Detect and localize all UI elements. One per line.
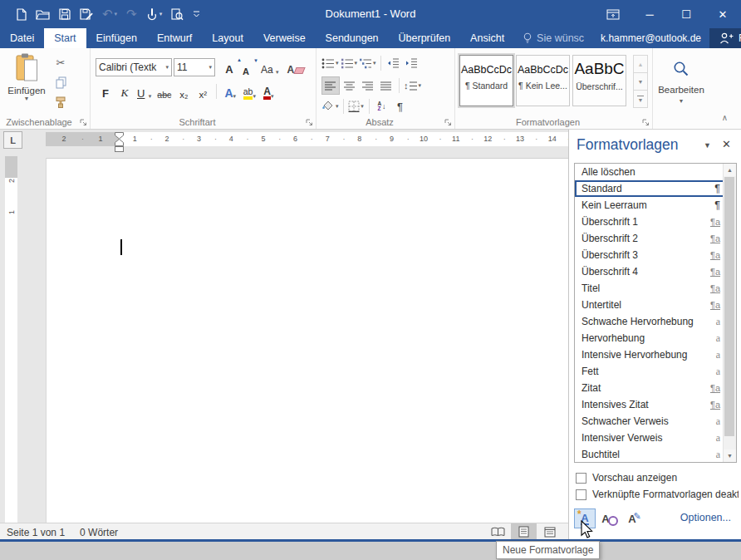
style-gallery-card[interactable]: AaBbC Überschrif... [572,55,626,106]
underline-button[interactable]: U ▾ [135,83,153,100]
touch-mode-icon[interactable]: ▾ [146,8,163,21]
highlight-color-button[interactable]: ab▾ [241,83,258,100]
style-inspector-button[interactable]: A [599,508,621,528]
ribbon-tab[interactable]: Verweise [253,28,316,48]
styles-pane-close-icon[interactable]: ✕ [722,138,731,150]
style-list-item[interactable]: Kein Leerraum ¶ [575,197,724,214]
disable-linked-styles-checkbox[interactable] [576,489,586,500]
multilevel-list-icon[interactable]: ▾ [359,55,376,71]
manage-styles-button[interactable]: A✎ [624,508,645,528]
print-preview-icon[interactable] [171,8,184,21]
style-list-item[interactable]: Intensiver Verweis a [575,430,724,446]
save-as-icon[interactable] [80,8,93,20]
share-button[interactable]: Freigeben [709,28,741,48]
paragraph-dialog-launcher-icon[interactable] [444,119,452,126]
styles-dialog-launcher-icon[interactable] [642,119,650,126]
style-gallery-card[interactable]: AaBbCcDc ¶ Kein Lee... [516,55,570,106]
style-list-item[interactable]: Intensives Zitat ¶a [575,396,724,413]
style-list-item[interactable]: Hervorhebung a [575,330,724,346]
maximize-button[interactable]: ☐ [668,0,704,28]
style-list-item[interactable]: Überschrift 1 ¶a [575,214,724,230]
strikethrough-button[interactable]: abc [155,83,173,100]
style-list-item[interactable]: Buchtitel a [575,446,724,463]
superscript-button[interactable]: x² [194,83,211,100]
style-gallery-card[interactable]: AaBbCcDc ¶ Standard [459,55,513,106]
ribbon-tab[interactable]: Entwurf [147,28,202,48]
borders-icon[interactable]: ▾ [348,98,365,115]
gallery-scroll-up-icon[interactable]: ▲ [633,55,648,73]
align-right-icon[interactable] [360,77,376,94]
style-list-item[interactable]: Überschrift 2 ¶a [575,230,724,247]
tab-stop-selector[interactable]: L [3,131,22,149]
ribbon-tab[interactable]: Ansicht [460,28,514,48]
ribbon-tab[interactable]: Sendungen [316,28,389,48]
left-indent-marker[interactable] [115,146,124,152]
style-list-item[interactable]: Standard ¶ [575,180,724,197]
line-spacing-icon[interactable]: ↕ ▾ [404,77,421,94]
ribbon-display-options-icon[interactable] [595,0,631,28]
text-effects-button[interactable]: A▾ [222,83,238,100]
font-dialog-launcher-icon[interactable] [306,119,313,126]
tell-me-search[interactable]: Sie wünsc [514,28,592,48]
ribbon-tab[interactable]: Start [44,28,86,48]
sort-icon[interactable]: AZ ↓ [374,98,390,115]
hanging-indent-marker[interactable] [115,139,124,146]
page-count[interactable]: Seite 1 von 1 [7,527,65,538]
show-paragraph-marks-icon[interactable]: ¶ [392,98,409,115]
redo-icon[interactable]: ↷ [126,8,137,20]
style-list-item[interactable]: Fett a [575,363,724,380]
ribbon-tab[interactable]: Datei [0,28,44,48]
print-layout-icon[interactable] [511,523,537,540]
ribbon-tab[interactable]: Überprüfen [389,28,461,48]
cut-icon[interactable]: ✂ [52,55,70,70]
style-list-item[interactable]: Intensive Hervorhebung a [575,346,724,363]
bold-button[interactable]: F [97,83,114,100]
document-page[interactable] [46,158,569,523]
style-list-item[interactable]: Schwache Hervorhebung a [575,313,724,330]
scroll-up-icon[interactable]: ▲ [724,164,736,176]
align-center-icon[interactable] [341,77,358,94]
increase-indent-icon[interactable] [404,55,420,71]
close-button[interactable]: ✕ [704,0,741,28]
minimize-button[interactable]: ─ [631,0,668,28]
ribbon-tab[interactable]: Layout [202,28,253,48]
new-document-icon[interactable] [17,8,27,21]
new-style-button[interactable]: * A [574,508,596,528]
style-list-item[interactable]: Überschrift 4 ¶a [575,263,724,280]
grow-font-button[interactable]: A▲ [221,59,238,76]
style-list-item[interactable]: Alle löschen [575,164,724,180]
editing-button[interactable] [665,55,698,83]
subscript-button[interactable]: x₂ [175,83,192,100]
scroll-down-icon[interactable]: ▼ [724,449,736,462]
read-mode-icon[interactable] [485,523,511,540]
font-color-button[interactable]: A▾ [260,83,277,100]
numbering-icon[interactable]: ▾ [341,55,358,71]
shrink-font-button[interactable]: A▼ [238,60,254,76]
decrease-indent-icon[interactable] [385,55,402,71]
clipboard-dialog-launcher-icon[interactable] [80,119,87,126]
bullets-icon[interactable]: ▾ [321,55,339,71]
show-preview-checkbox[interactable] [576,473,586,484]
web-layout-icon[interactable] [537,523,562,540]
scrollbar-thumb[interactable] [724,177,734,436]
gallery-more-icon[interactable]: ▼ [633,90,648,108]
shading-icon[interactable]: ▾ [321,98,339,115]
style-list-item[interactable]: Zitat ¶a [575,380,724,396]
font-size-combo[interactable]: 11▾ [174,58,215,76]
save-icon[interactable] [59,8,71,20]
style-list-item[interactable]: Untertitel ¶a [575,297,724,313]
styles-pane-dropdown-icon[interactable]: ▼ [704,141,711,150]
collapse-ribbon-icon[interactable]: ∧ [722,113,728,122]
justify-icon[interactable] [378,77,395,94]
style-list-item[interactable]: Schwacher Verweis a [575,413,724,430]
options-link[interactable]: Optionen... [680,512,731,523]
gallery-scroll-down-icon[interactable]: ▼ [633,72,648,91]
clear-formatting-button[interactable]: A [286,59,307,76]
font-family-combo[interactable]: Calibri (Textk▾ [96,58,172,76]
style-list-item[interactable]: Überschrift 3 ¶a [575,247,724,263]
format-painter-icon[interactable] [52,95,70,110]
style-list-item[interactable]: Titel ¶a [575,280,724,297]
align-left-icon[interactable] [321,76,340,95]
word-count[interactable]: 0 Wörter [80,527,118,538]
account-email[interactable]: k.hammer@outlook.de [592,28,709,48]
